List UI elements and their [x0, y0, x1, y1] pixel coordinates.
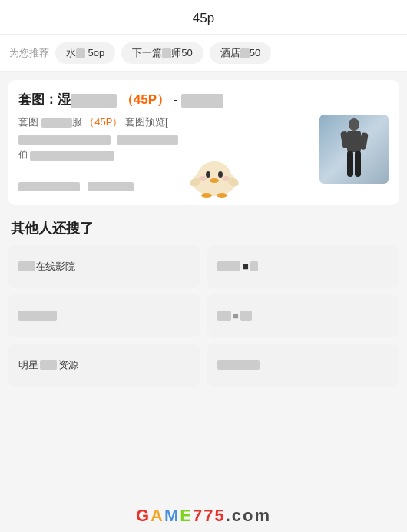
tags-label: 为您推荐	[9, 46, 49, 60]
watermark: GAME775.com	[0, 506, 407, 526]
svg-rect-4	[347, 151, 353, 177]
svg-point-0	[349, 118, 359, 131]
related-item-5[interactable]: 明星资源	[8, 344, 200, 387]
related-grid: 在线影院 ■ ■ 明星资源	[0, 245, 407, 394]
svg-point-9	[218, 171, 223, 178]
result-card[interactable]: 套图：湿 （45P） - 套图 服 （45P） 套图预览[ 伯	[8, 80, 399, 205]
result-text: 套图 服 （45P） 套图预览[ 伯	[18, 115, 312, 195]
related-item-4[interactable]: ■	[207, 294, 399, 337]
tags-row: 为您推荐 水 5op 下一篇师50 酒店50	[0, 35, 407, 72]
svg-point-13	[201, 193, 212, 198]
tag-item-1[interactable]: 水 5op	[55, 42, 115, 64]
svg-rect-1	[347, 131, 361, 152]
svg-point-11	[222, 176, 230, 181]
page-title: 45p	[193, 11, 214, 25]
svg-point-10	[199, 176, 207, 181]
result-image	[319, 115, 389, 184]
svg-point-12	[210, 178, 219, 183]
section-title: 其他人还搜了	[11, 219, 396, 238]
mascot-image	[187, 155, 241, 198]
result-title: 套图：湿 （45P） -	[18, 91, 389, 108]
header: 45p	[0, 0, 407, 35]
related-item-3[interactable]	[8, 294, 200, 337]
related-item-6[interactable]	[207, 344, 399, 387]
svg-point-8	[206, 171, 210, 178]
related-item-1[interactable]: 在线影院	[8, 245, 200, 288]
tag-item-2[interactable]: 下一篇师50	[121, 42, 203, 64]
svg-point-14	[217, 193, 227, 198]
tag-item-3[interactable]: 酒店50	[210, 42, 271, 64]
svg-rect-5	[355, 151, 361, 177]
related-item-2[interactable]: ■	[207, 245, 399, 288]
